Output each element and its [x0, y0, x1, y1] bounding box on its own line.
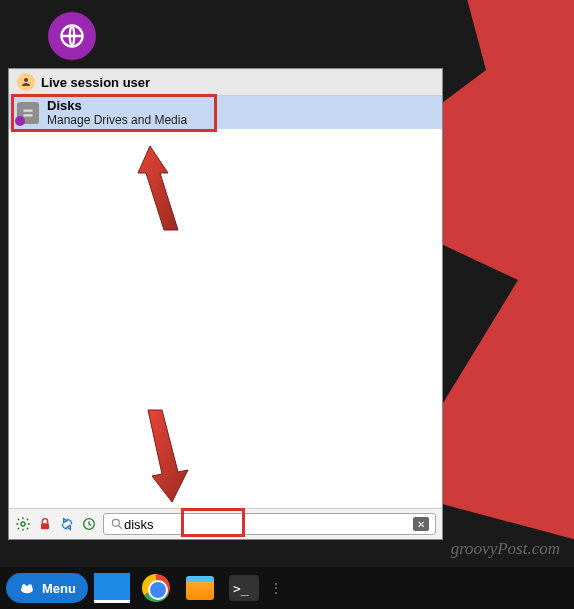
svg-point-1	[24, 78, 28, 82]
restart-icon[interactable]	[81, 516, 97, 532]
result-description: Manage Drives and Media	[47, 113, 187, 127]
application-menu-popup: Live session user Disks Manage Drives an…	[8, 68, 443, 540]
chrome-icon	[142, 574, 170, 602]
browser-launcher-icon[interactable]	[48, 12, 96, 60]
watermark-text: groovyPost.com	[451, 539, 560, 559]
search-results-list: Disks Manage Drives and Media	[9, 96, 442, 508]
files-icon	[186, 576, 214, 600]
user-avatar-icon	[17, 73, 35, 91]
search-result-disks[interactable]: Disks Manage Drives and Media	[9, 96, 442, 129]
updates-icon[interactable]	[59, 516, 75, 532]
globe-icon	[58, 22, 86, 50]
svg-rect-3	[23, 114, 32, 116]
menu-button[interactable]: Menu	[6, 573, 88, 603]
svg-point-10	[28, 584, 33, 589]
menu-footer: ✕	[9, 508, 442, 539]
search-input[interactable]	[124, 517, 413, 532]
taskbar: Menu >_ ⋮	[0, 567, 574, 609]
disks-app-icon	[17, 102, 39, 124]
settings-icon[interactable]	[15, 516, 31, 532]
svg-point-7	[112, 519, 119, 526]
svg-rect-2	[23, 109, 32, 111]
taskbar-files[interactable]	[180, 571, 220, 605]
svg-point-4	[21, 522, 25, 526]
menu-logo-icon	[18, 579, 36, 597]
menu-header: Live session user	[9, 69, 442, 96]
search-box[interactable]: ✕	[103, 513, 436, 535]
user-name-label: Live session user	[41, 75, 150, 90]
taskbar-show-desktop[interactable]	[92, 571, 132, 605]
taskbar-terminal[interactable]: >_	[224, 571, 264, 605]
menu-button-label: Menu	[42, 581, 76, 596]
result-text: Disks Manage Drives and Media	[47, 98, 187, 127]
taskbar-chrome[interactable]	[136, 571, 176, 605]
clear-search-icon[interactable]: ✕	[413, 517, 429, 531]
result-title: Disks	[47, 98, 187, 113]
lock-icon[interactable]	[37, 516, 53, 532]
desktop-icon	[94, 573, 130, 603]
svg-point-9	[22, 584, 27, 589]
taskbar-overflow-icon[interactable]: ⋮	[270, 581, 282, 595]
search-icon	[110, 517, 124, 531]
terminal-icon: >_	[229, 575, 259, 601]
svg-rect-5	[41, 523, 49, 529]
